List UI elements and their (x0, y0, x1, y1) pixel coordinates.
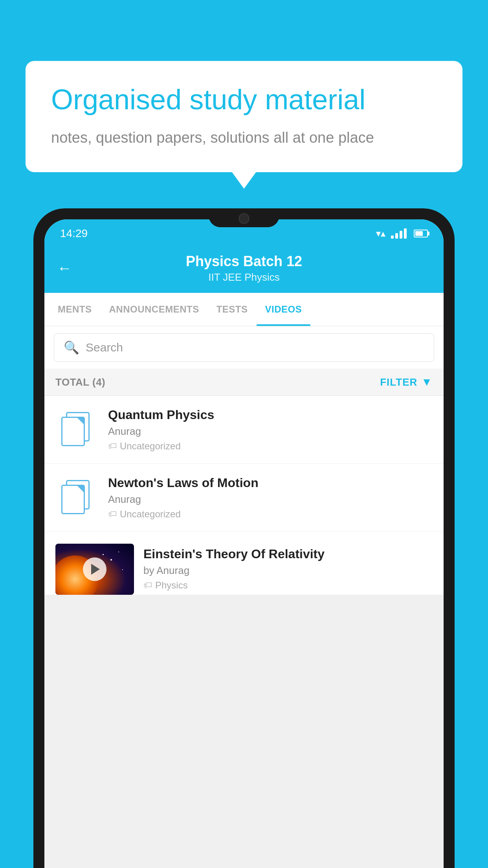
speech-bubble-container: Organised study material notes, question… (26, 61, 462, 172)
video-title-3: Einstein's Theory Of Relativity (143, 547, 433, 561)
search-container: 🔍 Search (44, 326, 444, 369)
video-tag-1: 🏷 Uncategorized (108, 441, 433, 452)
search-bar[interactable]: 🔍 Search (54, 333, 434, 362)
video-info-1: Quantum Physics Anurag 🏷 Uncategorized (108, 408, 433, 452)
speech-bubble: Organised study material notes, question… (26, 61, 462, 172)
app-header: ← Physics Batch 12 IIT JEE Physics (44, 244, 444, 293)
video-item-2[interactable]: Newton's Laws of Motion Anurag 🏷 Uncateg… (44, 464, 444, 532)
video-tag-3: 🏷 Physics (143, 580, 433, 591)
tab-ments[interactable]: MENTS (49, 293, 101, 326)
search-input[interactable]: Search (86, 341, 123, 354)
bubble-title: Organised study material (51, 83, 437, 116)
header-title-section: Physics Batch 12 IIT JEE Physics (81, 253, 407, 283)
video-info-3: Einstein's Theory Of Relativity by Anura… (143, 544, 433, 591)
phone-outer: 14:29 ▾▴ (33, 208, 455, 868)
signal-icon (391, 228, 407, 239)
tabs-bar: MENTS ANNOUNCEMENTS TESTS VIDEOS (44, 293, 444, 326)
video-info-2: Newton's Laws of Motion Anurag 🏷 Uncateg… (108, 476, 433, 520)
tab-tests[interactable]: TESTS (208, 293, 257, 326)
file-icon-2 (61, 480, 93, 515)
tag-icon-2: 🏷 (108, 509, 117, 519)
video-thumb-1 (55, 408, 99, 451)
tag-icon-3: 🏷 (143, 580, 152, 590)
video-author-3: by Anurag (143, 565, 433, 577)
phone-mockup: 14:29 ▾▴ (33, 208, 455, 868)
file-icon-front-1 (61, 417, 85, 446)
video-item-1[interactable]: Quantum Physics Anurag 🏷 Uncategorized (44, 396, 444, 464)
header-subtitle: IIT JEE Physics (81, 271, 407, 283)
tab-videos[interactable]: VIDEOS (257, 293, 311, 326)
video-tag-2: 🏷 Uncategorized (108, 509, 433, 520)
phone-notch (209, 208, 279, 227)
video-thumb-2 (55, 476, 99, 519)
phone-camera (238, 213, 250, 224)
filter-button[interactable]: FILTER ▼ (380, 376, 433, 388)
wifi-icon: ▾▴ (376, 228, 385, 239)
filter-bar: TOTAL (4) FILTER ▼ (44, 369, 444, 396)
bubble-subtitle: notes, question papers, solutions all at… (51, 127, 437, 148)
video-author-1: Anurag (108, 425, 433, 438)
video-list: Quantum Physics Anurag 🏷 Uncategorized (44, 396, 444, 595)
play-triangle-icon (91, 564, 100, 575)
video-thumbnail-3 (55, 544, 134, 595)
video-title-2: Newton's Laws of Motion (108, 476, 433, 490)
search-icon: 🔍 (64, 340, 79, 355)
video-item-3[interactable]: Einstein's Theory Of Relativity by Anura… (44, 532, 444, 595)
header-title: Physics Batch 12 (81, 253, 407, 270)
status-time: 14:29 (60, 227, 88, 240)
filter-funnel-icon: ▼ (421, 376, 433, 388)
status-icons: ▾▴ (376, 228, 428, 239)
total-count: TOTAL (4) (55, 376, 105, 388)
tag-icon-1: 🏷 (108, 441, 117, 451)
play-button[interactable] (83, 557, 106, 581)
file-icon-1 (61, 412, 93, 447)
back-button[interactable]: ← (57, 260, 72, 277)
battery-icon (414, 230, 428, 237)
file-icon-front-2 (61, 485, 85, 514)
tab-announcements[interactable]: ANNOUNCEMENTS (101, 293, 208, 326)
video-author-2: Anurag (108, 493, 433, 506)
phone-screen: 14:29 ▾▴ (44, 219, 444, 868)
video-title-1: Quantum Physics (108, 408, 433, 422)
